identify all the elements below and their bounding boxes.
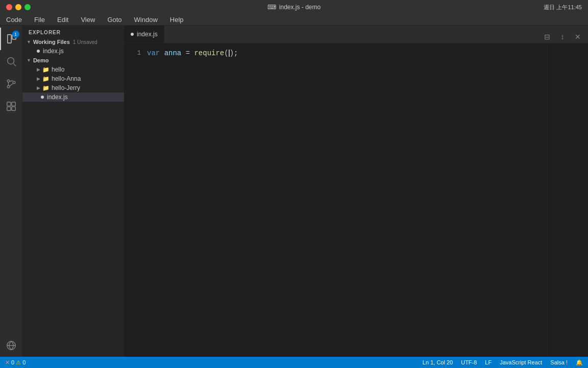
menu-code[interactable]: Code — [4, 16, 24, 24]
split-editor-button[interactable]: ⊟ — [541, 31, 553, 43]
sidebar-item-remote[interactable] — [0, 334, 22, 357]
file-index-js[interactable]: index.js — [22, 93, 124, 102]
tab-unsaved-dot — [131, 33, 134, 36]
activity-bar: 1 — [0, 26, 22, 357]
chevron-right-icon: ▶ — [37, 67, 40, 72]
close-button[interactable] — [6, 4, 12, 10]
folder-hello-jerry[interactable]: ▶ 📁 hello-Jerry — [22, 83, 124, 93]
status-right: Ln 1, Col 20 UTF-8 LF JavaScript React S… — [422, 359, 584, 366]
position-label: Ln 1, Col 20 — [423, 359, 453, 365]
window-title: ⌨ index.js - demo — [267, 4, 321, 11]
code-content[interactable]: var anna = require ( ) ; — [145, 43, 547, 357]
status-position[interactable]: Ln 1, Col 20 — [422, 359, 454, 365]
menu-window[interactable]: Window — [132, 16, 160, 24]
working-file-index-js[interactable]: index.js — [22, 47, 124, 56]
traffic-lights — [6, 4, 31, 10]
sidebar-item-extensions[interactable] — [0, 95, 22, 118]
chevron-down-icon: ▼ — [27, 39, 31, 44]
function-require: require — [194, 48, 224, 59]
chevron-right-icon: ▶ — [37, 76, 40, 81]
folder-hello-label: hello — [52, 66, 64, 73]
keyword-var: var — [147, 48, 160, 59]
code-line-1: var anna = require ( ) ; — [145, 48, 547, 59]
svg-rect-8 — [11, 102, 15, 106]
unsaved-dot — [37, 50, 40, 53]
sidebar: Explorer ▼ Working Files 1 Unsaved index… — [22, 26, 125, 357]
code-editor[interactable]: 1 var anna = require ( ) ; — [125, 43, 547, 357]
sidebar-item-source-control[interactable] — [0, 73, 22, 95]
status-line-ending[interactable]: LF — [484, 359, 493, 365]
tab-bar: index.js ⊟ ↕ ✕ — [125, 26, 588, 43]
operator-eq: = — [186, 48, 190, 59]
sidebar-item-explorer[interactable]: 1 — [0, 28, 22, 50]
title-icon: ⌨ — [267, 4, 276, 11]
folder-icon: 📁 — [42, 76, 50, 82]
line-numbers: 1 — [125, 43, 145, 357]
status-errors[interactable]: ✕ 0 ⚠ 0 — [4, 359, 27, 366]
line-ending-label: LF — [485, 359, 492, 365]
tab-right-actions: ⊟ ↕ ✕ — [537, 31, 588, 43]
working-files-header[interactable]: ▼ Working Files 1 Unsaved — [22, 37, 124, 47]
status-left: ✕ 0 ⚠ 0 — [4, 359, 27, 366]
minimize-button[interactable] — [15, 4, 21, 10]
sidebar-header: Explorer — [22, 26, 124, 37]
paren-open: ( — [224, 48, 228, 59]
menu-file[interactable]: File — [32, 16, 47, 24]
working-files-badge: 1 Unsaved — [73, 39, 97, 45]
svg-point-5 — [7, 85, 10, 88]
error-icon: ✕ — [5, 359, 10, 366]
svg-point-4 — [7, 80, 10, 82]
semicolon: ; — [234, 48, 238, 59]
svg-rect-7 — [7, 102, 10, 106]
warning-icon: ⚠ — [16, 359, 21, 366]
minimap — [547, 43, 588, 357]
menu-help[interactable]: Help — [168, 16, 186, 24]
status-theme[interactable]: Salsa ! — [549, 359, 569, 365]
svg-line-3 — [13, 63, 16, 66]
variable-anna: anna — [164, 48, 182, 59]
open-changes-button[interactable]: ↕ — [556, 31, 569, 43]
language-label: JavaScript React — [500, 359, 542, 365]
error-count: 0 — [11, 359, 14, 365]
menu-goto[interactable]: Goto — [105, 16, 124, 24]
time-display: 週日 上午11:45 — [544, 4, 582, 11]
svg-rect-9 — [11, 107, 15, 110]
working-files-label: Working Files — [33, 39, 70, 45]
demo-label: Demo — [33, 57, 49, 63]
folder-icon: 📁 — [42, 66, 50, 73]
maximize-button[interactable] — [24, 4, 31, 10]
encoding-label: UTF-8 — [461, 359, 477, 365]
line-number-1: 1 — [125, 48, 141, 59]
file-index-js-label: index.js — [47, 94, 68, 101]
svg-point-2 — [7, 58, 14, 64]
title-bar: ⌨ index.js - demo 週日 上午11:45 — [0, 0, 588, 14]
tab-label: index.js — [137, 31, 158, 38]
demo-folder-header[interactable]: ▼ Demo — [22, 56, 124, 65]
close-editor-button[interactable]: ✕ — [572, 31, 584, 43]
title-bar-right: 週日 上午11:45 — [544, 4, 582, 11]
folder-hello[interactable]: ▶ 📁 hello — [22, 65, 124, 74]
status-encoding[interactable]: UTF-8 — [460, 359, 478, 365]
theme-label: Salsa ! — [550, 359, 568, 365]
menu-edit[interactable]: Edit — [55, 16, 70, 24]
folder-hello-anna-label: hello-Anna — [52, 75, 81, 82]
chevron-right-icon: ▶ — [37, 85, 40, 90]
notification-icon: 🔔 — [576, 359, 583, 366]
svg-rect-10 — [7, 107, 10, 110]
svg-point-6 — [13, 81, 15, 84]
main-layout: 1 — [0, 26, 588, 357]
menu-view[interactable]: View — [79, 16, 97, 24]
editor-with-minimap: 1 var anna = require ( ) ; — [125, 43, 588, 357]
folder-hello-anna[interactable]: ▶ 📁 hello-Anna — [22, 74, 124, 83]
paren-close: ) — [230, 48, 234, 59]
folder-icon: 📁 — [42, 85, 50, 91]
status-notifications[interactable]: 🔔 — [575, 359, 584, 366]
warning-count: 0 — [22, 359, 26, 365]
svg-rect-0 — [7, 35, 11, 43]
status-language[interactable]: JavaScript React — [499, 359, 543, 365]
chevron-down-icon-demo: ▼ — [27, 58, 31, 63]
working-file-label: index.js — [43, 48, 64, 55]
status-bar: ✕ 0 ⚠ 0 Ln 1, Col 20 UTF-8 LF JavaScript… — [0, 357, 588, 368]
sidebar-item-search[interactable] — [0, 50, 22, 73]
tab-index-js[interactable]: index.js — [125, 26, 164, 43]
